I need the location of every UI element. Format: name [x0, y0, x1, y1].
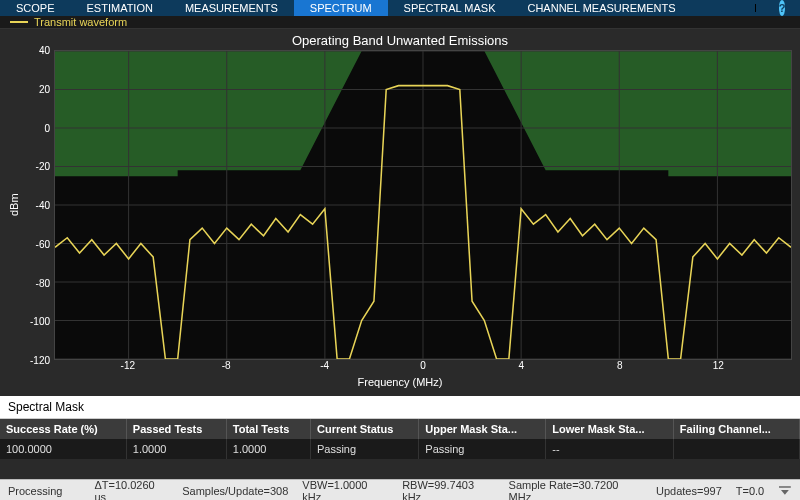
cell-upper: Passing [419, 439, 546, 459]
col-failing-channel[interactable]: Failing Channel... [673, 419, 799, 439]
status-rbw: RBW=99.7403 kHz [402, 479, 494, 501]
legend-label: Transmit waveform [34, 16, 127, 28]
legend-line-icon [10, 21, 28, 23]
col-current-status[interactable]: Current Status [310, 419, 418, 439]
main-tabs: SCOPE ESTIMATION MEASUREMENTS SPECTRUM S… [0, 0, 800, 16]
status-bar: Processing ΔT=10.0260 us Samples/Update=… [0, 479, 800, 500]
cell-success: 100.0000 [0, 439, 126, 459]
cell-total: 1.0000 [226, 439, 310, 459]
help-button[interactable]: ? [764, 0, 800, 16]
tab-spectrum[interactable]: SPECTRUM [294, 0, 388, 16]
table-gap [0, 459, 800, 479]
y-axis: -120-100-80-60-40-2002040 [24, 50, 54, 360]
cell-lower: -- [546, 439, 674, 459]
cell-status: Passing [310, 439, 418, 459]
svg-marker-17 [781, 490, 789, 495]
x-axis: -12-8-404812 [54, 360, 792, 374]
status-t: T=0.0 [736, 485, 764, 497]
status-updates: Updates=997 [656, 485, 722, 497]
table-row[interactable]: 100.0000 1.0000 1.0000 Passing Passing -… [0, 439, 800, 459]
cell-failing [673, 439, 799, 459]
tab-estimation[interactable]: ESTIMATION [71, 0, 169, 16]
col-total-tests[interactable]: Total Tests [226, 419, 310, 439]
col-upper-mask[interactable]: Upper Mask Sta... [419, 419, 546, 439]
col-lower-mask[interactable]: Lower Mask Sta... [546, 419, 674, 439]
chart-area: Operating Band Unwanted Emissions dBm -1… [0, 29, 800, 396]
status-expand-icon[interactable] [778, 486, 792, 496]
status-vbw: VBW=1.0000 kHz [302, 479, 388, 501]
plot-canvas[interactable] [54, 50, 792, 360]
col-success-rate[interactable]: Success Rate (%) [0, 419, 126, 439]
status-rate: Sample Rate=30.7200 MHz [509, 479, 642, 501]
spectral-mask-header: Spectral Mask [0, 396, 800, 419]
tab-channel-measurements[interactable]: CHANNEL MEASUREMENTS [511, 0, 691, 16]
help-icon: ? [779, 0, 786, 16]
tab-measurements[interactable]: MEASUREMENTS [169, 0, 294, 16]
tab-scope[interactable]: SCOPE [0, 0, 71, 16]
status-processing: Processing [8, 485, 62, 497]
tab-spectral-mask[interactable]: SPECTRAL MASK [388, 0, 512, 16]
spectral-mask-panel: Spectral Mask Success Rate (%) Passed Te… [0, 396, 800, 479]
y-axis-label: dBm [8, 50, 24, 360]
status-dt: ΔT=10.0260 us [94, 479, 168, 501]
cell-passed: 1.0000 [126, 439, 226, 459]
legend: Transmit waveform [0, 16, 800, 29]
col-passed-tests[interactable]: Passed Tests [126, 419, 226, 439]
x-axis-label: Frequency (MHz) [8, 376, 792, 388]
spectral-mask-table: Success Rate (%) Passed Tests Total Test… [0, 419, 800, 459]
chart-title: Operating Band Unwanted Emissions [8, 33, 792, 48]
status-samples: Samples/Update=308 [182, 485, 288, 497]
